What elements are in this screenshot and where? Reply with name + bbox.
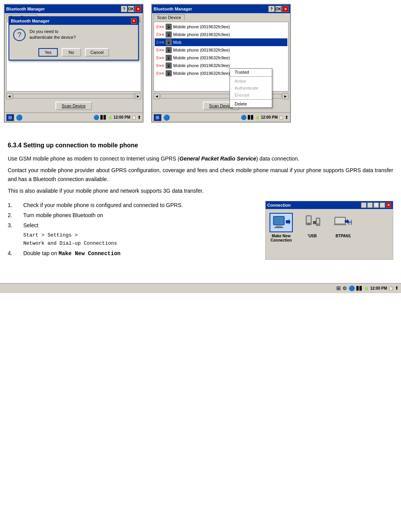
context-authenticate: Authenticate xyxy=(230,85,272,92)
svg-rect-9 xyxy=(317,219,319,223)
left-scan-button[interactable]: Scan Device xyxy=(55,102,92,110)
left-scroll-track[interactable] xyxy=(13,94,134,98)
right-battery-icon: 🔋 xyxy=(255,115,260,119)
left-taskbar-icon1: 🔵 xyxy=(16,114,22,121)
left-scroll-left[interactable]: ◀ xyxy=(6,93,12,99)
make-new-connection-icon[interactable] xyxy=(270,213,293,232)
left-taskbar-arrow: ⬆ xyxy=(137,115,141,120)
right-scan-tab[interactable]: Scan Device xyxy=(154,14,185,20)
left-scan-btn-area: Scan Device xyxy=(5,99,143,112)
svg-rect-12 xyxy=(334,224,346,225)
right-time: 12:00 PM xyxy=(261,115,278,119)
svg-rect-1 xyxy=(276,226,282,227)
left-taskbar-right: 🔵 ▊▊ 🔋 12:00 PM 📋 ⬆ xyxy=(93,115,141,120)
conn-btn-help[interactable]: ? xyxy=(380,202,385,208)
left-taskbar: ⊞ 🔵 🔵 ▊▊ 🔋 12:00 PM 📋 ⬆ xyxy=(5,112,143,122)
screenshots-area: Bluetooth Manager ? OK ✕ Scan Device 0✕ … xyxy=(0,0,401,134)
context-sep1 xyxy=(230,76,272,77)
left-dialog: Bluetooth Manager ✕ ? Do you need toauth… xyxy=(9,16,139,60)
step-4-num: 4. xyxy=(8,249,23,258)
conn-btn-restore[interactable]: □ xyxy=(367,202,373,208)
step-2-num: 2. xyxy=(8,211,23,219)
step-3-code-text: Start > Settings > Network and Dial-up C… xyxy=(23,231,258,248)
make-new-connection-label: Make New Connection xyxy=(59,250,121,257)
right-taskbar-extra-icon: 📋 xyxy=(279,115,283,119)
left-help-button[interactable]: ? xyxy=(121,6,127,12)
bottom-gear-icon: ⚙ xyxy=(342,285,347,291)
context-delete[interactable]: Delete xyxy=(230,100,272,107)
list-item[interactable]: 0✕n 📱 Mobile phone (0019632fc9ee) xyxy=(155,23,287,31)
step-code-line2: Network and Dial-up Connections xyxy=(23,240,258,248)
right-phone-screen: Bluetooth Manager ? OK ✕ Scan Device 0✕n… xyxy=(151,4,291,123)
list-item-selected[interactable]: 0✕n 📱 Mob xyxy=(155,38,287,46)
bottom-time: 12:00 PM xyxy=(370,286,387,290)
left-no-button[interactable]: No xyxy=(62,48,81,57)
left-yes-button[interactable]: Yes xyxy=(38,48,58,57)
bottom-start-icon[interactable]: ⊞ xyxy=(336,285,341,291)
left-title-buttons: ? OK ✕ xyxy=(121,6,141,12)
left-phone-screen: Bluetooth Manager ? OK ✕ Scan Device 0✕ … xyxy=(4,4,143,123)
right-title-buttons: ? OK ✕ xyxy=(268,6,289,12)
make-new-connection-label-text: Make NewConnection xyxy=(271,234,292,242)
context-active: Active xyxy=(230,78,272,85)
right-help-button[interactable]: ? xyxy=(268,6,275,12)
list-item[interactable]: 0✕n 📱 Mobile phone (0019632fc9ee) xyxy=(155,31,287,38)
step-2: 2. Turn mobile phones Bluetooth on xyxy=(8,211,258,219)
right-taskbar: ⊞ 🔵 🔵 ▊▊ 🔋 12:00 PM 📋 ⬆ xyxy=(152,112,290,122)
bottom-extra-icon: 📋 xyxy=(389,286,393,290)
step-1-text: Check if your mobile phone is configured… xyxy=(23,201,258,209)
left-dialog-buttons: Yes No Cancel xyxy=(9,45,138,60)
left-dialog-close[interactable]: ✕ xyxy=(131,18,137,24)
bottom-bluetooth-icon: 🔵 xyxy=(349,285,355,291)
make-new-connection-item[interactable]: Make NewConnection xyxy=(270,213,293,242)
left-dialog-title-text: Bluetooth Manager xyxy=(11,19,50,23)
steps-area: 1. Check if your mobile phone is configu… xyxy=(8,201,258,260)
left-ok-button[interactable]: OK xyxy=(128,6,134,12)
right-ok-button[interactable]: OK xyxy=(275,6,282,12)
svg-rect-11 xyxy=(335,218,345,223)
usb-label: 'USB xyxy=(308,234,317,238)
right-list-container: 0✕n 📱 Mobile phone (0019632fc9ee) 0✕n 📱 … xyxy=(152,22,290,92)
svg-rect-5 xyxy=(307,216,311,223)
bottom-taskbar: ⊞ ⚙ 🔵 ▊▊ 🔋 12:00 PM 📋 ⬆ xyxy=(0,283,401,293)
conn-btn-minimize[interactable]: _ xyxy=(361,202,366,208)
list-item[interactable]: 0✕n 📱 Mobile phone (0019632fc9ee) xyxy=(155,46,287,54)
conn-btn-close[interactable]: ✕ xyxy=(386,202,391,208)
left-battery-icon: 🔋 xyxy=(108,115,112,119)
connection-panel: Connection _ □ ⧉ ? ✕ xyxy=(265,201,393,260)
step-2-text: Turn mobile phones Bluetooth on xyxy=(23,211,258,219)
svg-marker-3 xyxy=(286,219,290,225)
list-item[interactable]: 0✕n 📱 Mobile phone (0019632fc9ee) xyxy=(155,54,287,62)
right-tab-area: Scan Device xyxy=(152,13,290,20)
right-signal-icon: ▊▊ xyxy=(248,115,254,119)
connection-panel-title: Connection _ □ ⧉ ? ✕ xyxy=(266,201,393,209)
left-scroll-area: ◀ ▶ xyxy=(6,93,141,99)
usb-item[interactable]: 'USB xyxy=(301,213,324,238)
step-code-line1: Start > Settings > xyxy=(23,231,258,240)
left-time: 12:00 PM xyxy=(114,115,130,119)
conn-btn-copy[interactable]: ⧉ xyxy=(373,202,379,208)
btpan1-item[interactable]: ⑁ BTPAN1 xyxy=(332,213,355,238)
right-start-button[interactable]: ⊞ xyxy=(154,114,161,121)
left-close-button[interactable]: ✕ xyxy=(135,6,141,12)
btpan1-icon[interactable]: ⑁ xyxy=(332,213,355,232)
left-dialog-title: Bluetooth Manager ✕ xyxy=(9,17,138,25)
step-3-code-indent xyxy=(8,231,23,248)
left-signal-icon: ▊▊ xyxy=(100,115,107,119)
right-scroll-right[interactable]: ▶ xyxy=(282,93,289,99)
btpan1-label: BTPAN1 xyxy=(335,234,351,238)
right-scroll-left[interactable]: ◀ xyxy=(154,93,160,99)
connection-panel-title-text: Connection xyxy=(267,203,291,207)
left-cancel-button[interactable]: Cancel xyxy=(85,48,109,57)
right-close-button[interactable]: ✕ xyxy=(282,6,289,12)
left-scroll-right[interactable]: ▶ xyxy=(135,93,141,99)
left-taskbar-extra-icon: 📋 xyxy=(131,115,136,119)
left-bluetooth-icon: 🔵 xyxy=(93,115,99,120)
steps-and-image: 1. Check if your mobile phone is configu… xyxy=(8,201,393,260)
right-title-bar: Bluetooth Manager ? OK ✕ xyxy=(152,5,290,13)
left-title-text: Bluetooth Manager xyxy=(6,7,45,11)
usb-icon[interactable] xyxy=(301,213,324,232)
context-trusted[interactable]: Trusted xyxy=(230,69,272,76)
left-start-button[interactable]: ⊞ xyxy=(6,114,14,121)
step-1: 1. Check if your mobile phone is configu… xyxy=(8,201,258,209)
